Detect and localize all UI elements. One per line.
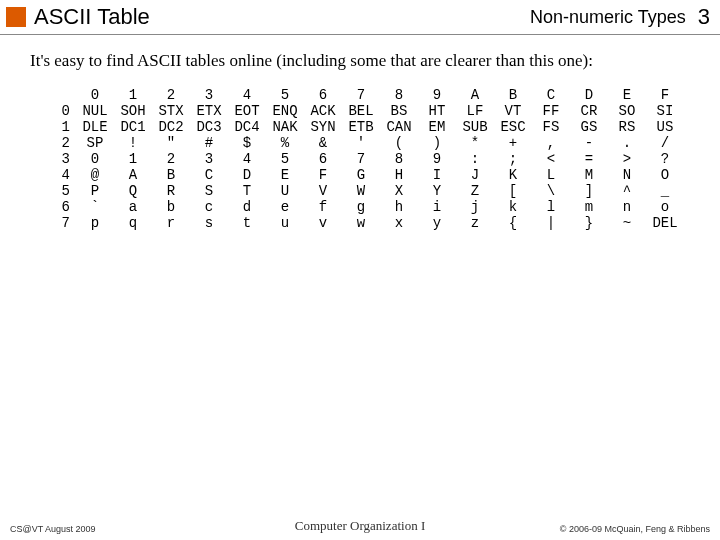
- ascii-cell: 2: [152, 151, 190, 167]
- ascii-cell: NAK: [266, 119, 304, 135]
- col-header: A: [456, 87, 494, 103]
- row-label: 6: [50, 199, 76, 215]
- ascii-cell: D: [228, 167, 266, 183]
- ascii-cell: FS: [532, 119, 570, 135]
- ascii-cell: b: [152, 199, 190, 215]
- ascii-cell: T: [228, 183, 266, 199]
- ascii-cell: C: [190, 167, 228, 183]
- ascii-cell: NUL: [76, 103, 114, 119]
- ascii-cell: RS: [608, 119, 646, 135]
- col-header: B: [494, 87, 532, 103]
- ascii-cell: K: [494, 167, 532, 183]
- ascii-cell: DC4: [228, 119, 266, 135]
- col-header: 0: [76, 87, 114, 103]
- ascii-cell: 5: [266, 151, 304, 167]
- ascii-cell: F: [304, 167, 342, 183]
- ascii-cell: U: [266, 183, 304, 199]
- ascii-cell: M: [570, 167, 608, 183]
- ascii-cell: A: [114, 167, 152, 183]
- ascii-cell: VT: [494, 103, 532, 119]
- ascii-cell: 9: [418, 151, 456, 167]
- ascii-cell: +: [494, 135, 532, 151]
- ascii-cell: HT: [418, 103, 456, 119]
- ascii-cell: SO: [608, 103, 646, 119]
- ascii-header-row: 0 1 2 3 4 5 6 7 8 9 A B C D E F: [50, 87, 684, 103]
- row-label: 0: [50, 103, 76, 119]
- ascii-cell: SP: [76, 135, 114, 151]
- ascii-cell: k: [494, 199, 532, 215]
- slide-subtitle: Non-numeric Types: [530, 7, 686, 28]
- footer-left: CS@VT August 2009: [10, 524, 210, 534]
- ascii-cell: s: [190, 215, 228, 231]
- ascii-cell: L: [532, 167, 570, 183]
- ascii-cell: }: [570, 215, 608, 231]
- ascii-cell: =: [570, 151, 608, 167]
- table-row: 2SP!"#$%&'()*+,-./: [50, 135, 684, 151]
- ascii-cell: 1: [114, 151, 152, 167]
- ascii-cell: `: [76, 199, 114, 215]
- ascii-cell: m: [570, 199, 608, 215]
- col-header: 2: [152, 87, 190, 103]
- ascii-cell: |: [532, 215, 570, 231]
- ascii-cell: $: [228, 135, 266, 151]
- table-row: 4@ABCDEFGHIJKLMNO: [50, 167, 684, 183]
- ascii-cell: BS: [380, 103, 418, 119]
- ascii-cell: @: [76, 167, 114, 183]
- ascii-cell: z: [456, 215, 494, 231]
- ascii-cell: DLE: [76, 119, 114, 135]
- ascii-cell: f: [304, 199, 342, 215]
- ascii-cell: ENQ: [266, 103, 304, 119]
- ascii-cell: SUB: [456, 119, 494, 135]
- ascii-cell: <: [532, 151, 570, 167]
- ascii-cell: EOT: [228, 103, 266, 119]
- ascii-cell: W: [342, 183, 380, 199]
- ascii-cell: ^: [608, 183, 646, 199]
- accent-box-icon: [6, 7, 26, 27]
- ascii-cell: N: [608, 167, 646, 183]
- col-header: 8: [380, 87, 418, 103]
- ascii-cell: i: [418, 199, 456, 215]
- row-label: 4: [50, 167, 76, 183]
- ascii-cell: O: [646, 167, 684, 183]
- ascii-cell: u: [266, 215, 304, 231]
- ascii-cell: v: [304, 215, 342, 231]
- ascii-cell: SOH: [114, 103, 152, 119]
- ascii-cell: J: [456, 167, 494, 183]
- slide-header: ASCII Table Non-numeric Types 3: [0, 0, 720, 32]
- col-header: 6: [304, 87, 342, 103]
- col-header: 9: [418, 87, 456, 103]
- ascii-cell: G: [342, 167, 380, 183]
- row-label: 2: [50, 135, 76, 151]
- ascii-cell: I: [418, 167, 456, 183]
- col-header: C: [532, 87, 570, 103]
- ascii-cell: ~: [608, 215, 646, 231]
- ascii-cell: 6: [304, 151, 342, 167]
- ascii-cell: -: [570, 135, 608, 151]
- ascii-cell: LF: [456, 103, 494, 119]
- ascii-cell: d: [228, 199, 266, 215]
- ascii-cell: t: [228, 215, 266, 231]
- ascii-cell: Y: [418, 183, 456, 199]
- row-label: 3: [50, 151, 76, 167]
- ascii-cell: ]: [570, 183, 608, 199]
- ascii-cell: ACK: [304, 103, 342, 119]
- ascii-cell: p: [76, 215, 114, 231]
- slide-page-number: 3: [698, 4, 710, 30]
- ascii-cell: {: [494, 215, 532, 231]
- ascii-cell: Z: [456, 183, 494, 199]
- footer-right: © 2006-09 McQuain, Feng & Ribbens: [510, 524, 710, 534]
- ascii-cell: n: [608, 199, 646, 215]
- ascii-cell: ': [342, 135, 380, 151]
- ascii-cell: .: [608, 135, 646, 151]
- ascii-cell: H: [380, 167, 418, 183]
- ascii-cell: CR: [570, 103, 608, 119]
- ascii-cell: w: [342, 215, 380, 231]
- col-header: F: [646, 87, 684, 103]
- row-label: 7: [50, 215, 76, 231]
- ascii-cell: ): [418, 135, 456, 151]
- table-row: 30123456789:;<=>?: [50, 151, 684, 167]
- ascii-cell: P: [76, 183, 114, 199]
- table-row: 5PQRSTUVWXYZ[\]^_: [50, 183, 684, 199]
- ascii-cell: ": [152, 135, 190, 151]
- ascii-cell: 0: [76, 151, 114, 167]
